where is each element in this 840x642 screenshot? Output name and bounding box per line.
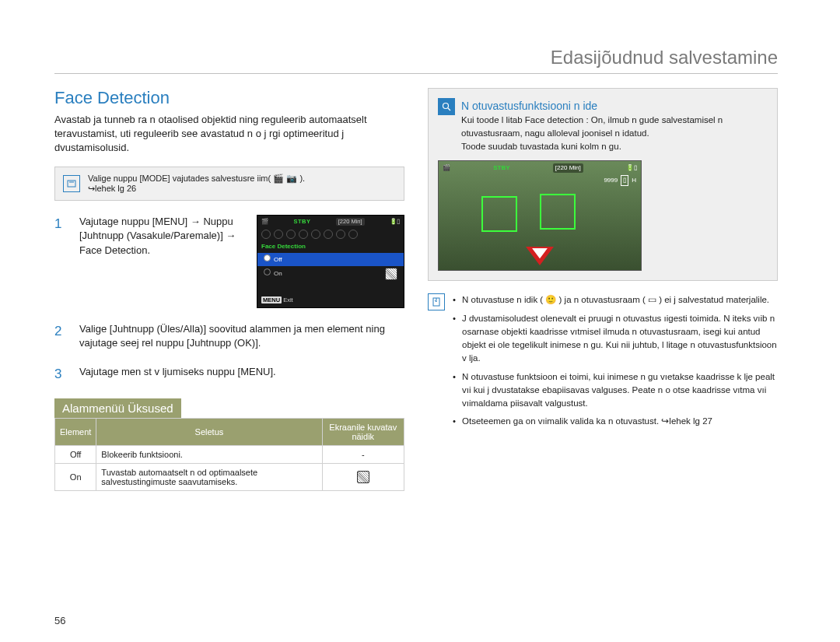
step-1-text: Vajutage nuppu [MENU] → Nuppu [Juhtnupp … <box>79 215 247 259</box>
svg-line-2 <box>448 108 450 111</box>
svg-rect-0 <box>68 181 75 187</box>
mode-icon <box>63 175 80 192</box>
table-row: On Tuvastab automaatselt n od optimaalse… <box>55 463 404 490</box>
note-item: Otseteemen ga on vıimalik valida ka n ot… <box>453 415 778 428</box>
steps-list: Vajutage nuppu [MENU] → Nuppu [Juhtnupp … <box>54 215 404 384</box>
svg-point-1 <box>443 103 449 109</box>
photo-card-icon: ▯ <box>621 175 628 186</box>
camera-option-off: Off <box>257 253 404 266</box>
face-rect-1 <box>481 196 517 232</box>
photo-h: H <box>632 176 636 185</box>
camera-stby: STBY <box>293 218 310 226</box>
camera-fd-label: Face Detection <box>257 240 404 253</box>
photo-video-icon: 🎬 <box>443 163 450 173</box>
magnifier-icon <box>438 98 455 115</box>
submenu-header: Alammenüü Üksused <box>54 398 181 418</box>
step-2-text: Valige [Juhtnupp (Üles/Alla)] soovitud a… <box>79 322 404 352</box>
mode-text-2: ↪lehek lg 26 <box>88 184 136 193</box>
face-icon <box>357 471 369 483</box>
face-icon-small <box>385 268 397 280</box>
right-column: N otuvastusfunktsiooni n ide Kui toode l… <box>428 88 778 491</box>
note-item: J dvustamisoludest olenevalt ei pruugi n… <box>453 312 778 366</box>
example-photo: 🎬 STBY [220 Min] 🔋▯ 9999 ▯ H <box>438 160 642 271</box>
th-seletus: Seletus <box>96 418 322 445</box>
chapter-header: Edasijõudnud salvestamine <box>54 47 778 74</box>
example-p2: Toode suudab tuvastada kuni kolm n gu. <box>461 140 768 153</box>
camera-time: [220 Min] <box>336 218 365 226</box>
left-column: Face Detection Avastab ja tunneb ra n ot… <box>54 88 404 491</box>
camera-footer: MENU Exit <box>257 294 404 307</box>
photo-count: 9999 <box>604 176 618 185</box>
photo-time: [220 Min] <box>553 163 583 173</box>
table-row: Off Blokeerib funktsiooni. - <box>55 445 404 463</box>
red-arrow-icon <box>526 247 554 265</box>
mode-select-box: Valige nuppu [MODE] vajutades salvestusr… <box>54 167 404 201</box>
camera-icon-row <box>257 228 404 240</box>
example-title: N otuvastusfunktsiooni n ide <box>461 98 768 114</box>
example-box: N otuvastusfunktsiooni n ide Kui toode l… <box>428 88 778 281</box>
submenu-table: Element Seletus Ekraanile kuvatav näidik… <box>54 418 404 491</box>
page-number: 56 <box>54 615 65 626</box>
video-glyph: 🎬 <box>273 174 284 183</box>
camera-video-icon: 🎬 <box>261 218 268 226</box>
example-p1: Kui toode l litab Face detection : On, i… <box>461 114 768 139</box>
mode-text-1-end: ). <box>299 174 305 183</box>
note-item: N otuvastuse funktsioon ei toimi, kui in… <box>453 370 778 411</box>
photo-glyph: 📷 <box>286 174 297 183</box>
camera-menu-screenshot: 🎬 STBY [220 Min] 🔋▯ Face Detection Off <box>257 215 404 308</box>
intro-text: Avastab ja tunneb ra n otaolised objekti… <box>54 113 404 156</box>
th-element: Element <box>55 418 96 445</box>
photo-battery-icon: 🔋▯ <box>626 163 637 173</box>
note-icon <box>428 293 445 310</box>
notes-box: N otuvastuse n idik ( 🙂 ) ja n otuvastus… <box>428 293 778 433</box>
mode-text-1: Valige nuppu [MODE] vajutades salvestusr… <box>88 174 271 183</box>
camera-option-on: On <box>257 266 404 282</box>
camera-battery-icon: 🔋▯ <box>390 218 400 226</box>
section-title: Face Detection <box>54 88 404 108</box>
photo-stby: STBY <box>493 163 509 173</box>
th-display: Ekraanile kuvatav näidik <box>322 418 404 445</box>
face-rect-2 <box>540 194 576 230</box>
note-item: N otuvastuse n idik ( 🙂 ) ja n otuvastus… <box>453 293 778 307</box>
step-3-text: Vajutage men st v ljumiseks nuppu [MENU]… <box>79 365 404 384</box>
